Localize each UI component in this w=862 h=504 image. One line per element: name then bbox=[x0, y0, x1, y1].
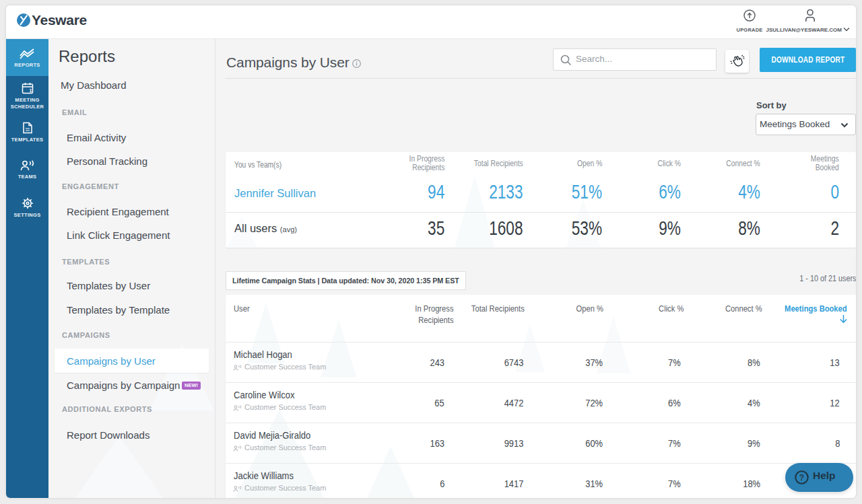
svg-text:1: 1 bbox=[29, 88, 32, 93]
svg-text:?: ? bbox=[799, 473, 804, 482]
